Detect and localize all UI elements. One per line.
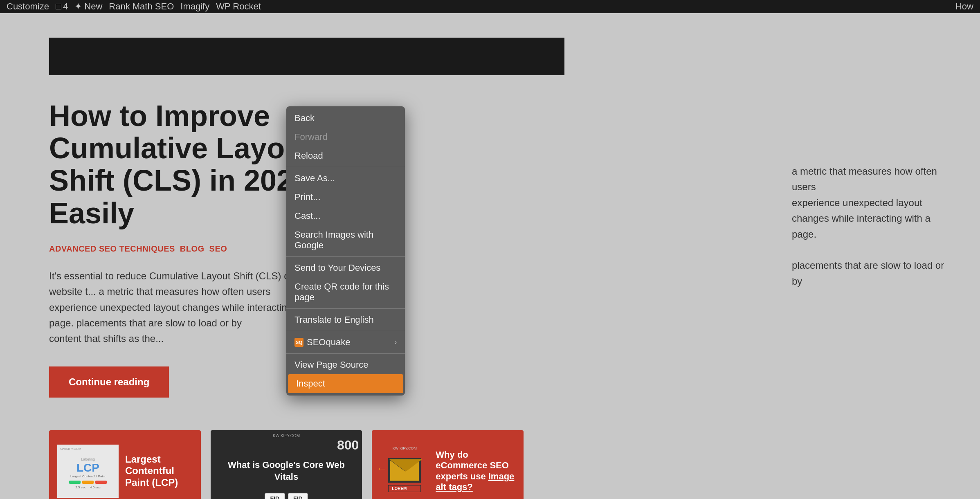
cards-row: KWIKIFY.COM Labeling LCP Largest Content… xyxy=(49,430,524,499)
customize-link[interactable]: Customize xyxy=(7,1,49,12)
envelope-icon xyxy=(388,458,421,483)
lcp-big-text: LCP xyxy=(76,461,99,474)
seoquake-submenu-arrow: › xyxy=(395,339,397,346)
context-menu-qr-code[interactable]: Create QR code for this page xyxy=(286,277,405,307)
lcp-site-label: KWIKIFY.COM xyxy=(60,447,81,451)
tag-seo[interactable]: SEO xyxy=(209,244,227,254)
context-menu: Back Forward Reload Save As... Print... … xyxy=(286,106,405,396)
cwv-site-label: KWIKIFY.COM xyxy=(273,434,300,438)
new-link[interactable]: ✦ New xyxy=(74,1,102,12)
forward-label: Forward xyxy=(294,132,328,142)
article-excerpt: It's essential to reduce Cumulative Layo… xyxy=(49,268,327,347)
ecom-site-label: KWIKIFY.COM xyxy=(393,446,417,450)
imagify-link[interactable]: Imagify xyxy=(180,1,209,12)
envelope-svg xyxy=(389,459,420,481)
translate-label: Translate to English xyxy=(294,315,374,325)
forward-item-left: Forward xyxy=(294,132,328,142)
core-web-vitals-card[interactable]: KWIKIFY.COM 800 What is Google's Core We… xyxy=(211,430,362,499)
lcp-sublabel: Largest Contentful Paint xyxy=(70,474,106,478)
lcp-bar-poor xyxy=(95,481,107,484)
context-menu-inspect[interactable]: Inspect xyxy=(288,374,403,393)
fid-card-1: FID xyxy=(265,493,285,499)
tag-blog[interactable]: BLOG xyxy=(180,244,205,254)
context-menu-forward: Forward xyxy=(286,128,405,146)
cast-label: Cast... xyxy=(294,211,321,221)
qr-code-label: Create QR code for this page xyxy=(294,281,397,303)
context-menu-search-images[interactable]: Search Images with Google xyxy=(286,225,405,255)
view-source-label: View Page Source xyxy=(294,360,369,370)
print-label: Print... xyxy=(294,192,321,202)
cwv-number: 800 xyxy=(337,438,359,453)
back-item-left: Back xyxy=(294,113,315,124)
excerpt-text-2: a metric that measures how often users xyxy=(99,286,270,297)
seoquake-label: SEOquake xyxy=(307,337,350,348)
right-side-text: a metric that measures how often usersex… xyxy=(792,164,955,289)
lcp-bar-good xyxy=(69,481,81,484)
seoquake-icon: SQ xyxy=(294,338,303,347)
excerpt-text-4: placements that are slow to load or by xyxy=(76,317,242,328)
context-menu-back[interactable]: Back xyxy=(286,109,405,128)
separator-2 xyxy=(286,256,405,257)
context-menu-view-source[interactable]: View Page Source xyxy=(286,355,405,374)
hero-image xyxy=(49,38,564,75)
back-label: Back xyxy=(294,113,315,124)
lcp-time-labels: 2.5 sec 4.0 sec xyxy=(75,486,101,489)
separator-1 xyxy=(286,167,405,167)
context-menu-translate[interactable]: Translate to English xyxy=(286,310,405,329)
inspect-label: Inspect xyxy=(296,378,325,389)
context-menu-seoquake[interactable]: SQ SEOquake › xyxy=(286,333,405,352)
excerpt-text-5: content that shifts as the... xyxy=(49,333,164,344)
svg-rect-0 xyxy=(389,459,420,481)
save-as-label: Save As... xyxy=(294,173,335,184)
ecommerce-card-title: Why do eCommerce SEO experts use Image a… xyxy=(436,450,515,493)
right-text-content: a metric that measures how often usersex… xyxy=(792,166,944,287)
lcp-card[interactable]: KWIKIFY.COM Labeling LCP Largest Content… xyxy=(49,430,201,499)
send-devices-label: Send to Your Devices xyxy=(294,263,380,273)
how-link[interactable]: How xyxy=(955,1,973,12)
context-menu-send-devices[interactable]: Send to Your Devices xyxy=(286,258,405,277)
separator-3 xyxy=(286,308,405,309)
lcp-bar-needs-improvement xyxy=(82,481,94,484)
tab-checkbox xyxy=(56,4,61,9)
new-icon: ✦ xyxy=(74,1,82,11)
ecommerce-card-image: KWIKIFY.COM ← LOREM xyxy=(380,445,429,498)
search-images-label: Search Images with Google xyxy=(294,229,397,251)
arrow-left-icon: ← xyxy=(376,462,387,475)
lorem-badge: LOREM xyxy=(388,485,421,492)
continue-reading-button[interactable]: Continue reading xyxy=(49,366,169,398)
context-menu-reload[interactable]: Reload xyxy=(286,146,405,165)
lcp-card-image: KWIKIFY.COM Labeling LCP Largest Content… xyxy=(57,445,119,498)
wp-rocket-link[interactable]: WP Rocket xyxy=(216,1,261,12)
envelope-wrapper: ← LOREM xyxy=(388,458,421,492)
alt-tags-card[interactable]: KWIKIFY.COM ← LOREM Why do eCommerce SEO… xyxy=(372,430,524,499)
lcp-time-1: 2.5 sec xyxy=(75,486,86,489)
separator-4 xyxy=(286,331,405,331)
context-menu-cast[interactable]: Cast... xyxy=(286,207,405,225)
context-menu-save-as[interactable]: Save As... xyxy=(286,169,405,188)
context-menu-print[interactable]: Print... xyxy=(286,188,405,207)
separator-5 xyxy=(286,353,405,354)
tab-count[interactable]: 4 xyxy=(56,1,68,12)
lcp-label-text: Labeling xyxy=(81,457,95,461)
fid-labels: FID FID xyxy=(265,493,308,499)
lcp-bars xyxy=(69,481,107,484)
lcp-time-2: 4.0 sec xyxy=(90,486,101,489)
rank-math-link[interactable]: Rank Math SEO xyxy=(109,1,174,12)
seoquake-item-left: SQ SEOquake xyxy=(294,337,350,348)
reload-label: Reload xyxy=(294,151,323,161)
lcp-card-title: Largest Contentful Paint (LCP) xyxy=(125,454,193,489)
tag-advanced-seo[interactable]: ADVANCED SEO TECHNIQUES xyxy=(49,244,175,254)
top-bar: Customize 4 ✦ New Rank Math SEO Imagify … xyxy=(0,0,980,13)
reload-item-left: Reload xyxy=(294,151,323,161)
cwv-card-title: What is Google's Core Web Vitals xyxy=(219,459,354,483)
fid-card-2: FID xyxy=(288,493,308,499)
